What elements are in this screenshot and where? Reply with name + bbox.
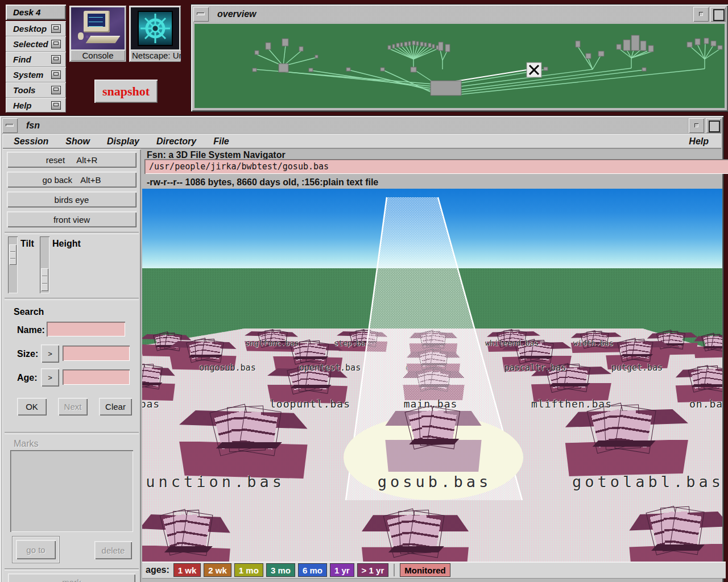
toolchest-item-tools[interactable]: Tools: [6, 82, 66, 98]
file-box[interactable]: [179, 410, 316, 479]
next-button[interactable]: Next: [58, 398, 88, 415]
menu-display[interactable]: Display: [104, 135, 143, 148]
window-menu-icon: [197, 13, 205, 15]
ok-button[interactable]: OK: [17, 398, 47, 415]
overview-visualization[interactable]: [195, 24, 725, 108]
file-label[interactable]: opentest.bas: [299, 363, 361, 373]
console-icon: [71, 7, 125, 49]
menu-show[interactable]: Show: [62, 135, 93, 148]
paper-stack-icon: [164, 512, 213, 550]
search-title: Search: [14, 307, 44, 317]
netscape-desktop-icon[interactable]: Netscape: Unti: [129, 6, 181, 62]
drawer-icon: [51, 101, 61, 110]
minimize-icon: [694, 123, 698, 127]
tilt-slider[interactable]: [8, 236, 18, 293]
file-label[interactable]: mlifthen.bas: [531, 398, 612, 410]
toolchest-item-desktop[interactable]: Desktop: [6, 21, 66, 36]
window-menu-button[interactable]: [193, 7, 209, 22]
search-name-input[interactable]: [47, 322, 125, 336]
file-label[interactable]: step.ba: [334, 339, 365, 347]
separator: [5, 298, 139, 300]
menu-session[interactable]: Session: [10, 135, 52, 148]
paper-stack-icon: [214, 408, 283, 446]
toolchest-title[interactable]: Desk 4: [6, 5, 66, 20]
file-box[interactable]: [623, 512, 722, 562]
reset-button[interactable]: reset Alt+R: [7, 152, 136, 168]
file-box-selected[interactable]: [382, 410, 485, 472]
maximize-icon: [709, 120, 720, 132]
menu-directory[interactable]: Directory: [153, 135, 200, 148]
file-label-selected[interactable]: gosub.bas: [378, 473, 491, 490]
file-info: -rw-r--r-- 1086 bytes, 8660 days old, :1…: [147, 177, 378, 188]
paper-stack-icon: [388, 512, 445, 550]
minimize-icon: [699, 12, 703, 16]
file-label[interactable]: putget.bas: [611, 363, 663, 373]
file-label[interactable]: f.bas: [142, 398, 160, 410]
file-label[interactable]: on.bas: [689, 398, 722, 410]
toolchest-item-selected[interactable]: Selected: [6, 36, 66, 52]
file-label[interactable]: ongosub.bas: [199, 363, 255, 373]
menubar: Session Show Display Directory File Help: [2, 134, 721, 149]
file-label[interactable]: snglfunc.bas: [245, 339, 299, 347]
file-label[interactable]: pascaltr.bas: [504, 363, 566, 373]
overview-titlebar[interactable]: overview: [193, 7, 726, 22]
maximize-button[interactable]: [706, 118, 721, 133]
separator: [5, 432, 139, 434]
search-size-input[interactable]: [63, 346, 130, 361]
toolchest: Desk 4 Desktop Selected Find System Tool…: [6, 5, 66, 113]
age-operator-button[interactable]: >: [41, 368, 59, 386]
go-to-button[interactable]: go to: [16, 540, 56, 559]
age-chip-6mo: 6 mo: [298, 563, 327, 577]
mark-button[interactable]: mark: [8, 573, 135, 582]
height-slider[interactable]: [40, 236, 49, 293]
window-menu-button[interactable]: [2, 118, 18, 133]
3d-viewport[interactable]: ongoto.bas: [142, 189, 722, 562]
delete-button[interactable]: delete: [94, 541, 132, 559]
file-label[interactable]: loopuntl.bas: [270, 398, 350, 410]
paper-stack-icon: [592, 406, 657, 444]
divider: [394, 564, 395, 576]
ship-wheel-icon: [139, 13, 171, 44]
fsn-window: fsn Session Show Display Directory File …: [0, 116, 723, 582]
size-operator-button[interactable]: >: [41, 344, 59, 363]
fsn-titlebar[interactable]: fsn: [2, 118, 721, 133]
front-view-button[interactable]: front view: [7, 211, 136, 227]
drawer-icon: [51, 86, 61, 94]
menu-help[interactable]: Help: [685, 135, 712, 148]
height-label: Height: [52, 239, 81, 249]
menu-file[interactable]: File: [210, 135, 233, 148]
toolchest-item-help[interactable]: Help: [6, 98, 66, 113]
marks-title: Marks: [14, 439, 39, 449]
separator: [5, 232, 139, 234]
toolchest-item-system[interactable]: System: [6, 67, 66, 82]
file-box[interactable]: [142, 514, 236, 562]
go-back-button[interactable]: go back Alt+B: [7, 172, 136, 188]
snapshot-button[interactable]: snapshot: [94, 80, 158, 103]
path-field[interactable]: /usr/people/jirka/bwbtest/gosub.bas: [144, 159, 728, 174]
paper-stack-icon: [651, 509, 705, 548]
file-label[interactable]: gotolabl.bas: [572, 473, 722, 490]
toolchest-item-find[interactable]: Find: [6, 52, 66, 67]
file-label[interactable]: function.bas: [142, 473, 285, 490]
file-label[interactable]: whileend.bas: [485, 339, 539, 347]
clear-button[interactable]: Clear: [99, 398, 132, 415]
console-desktop-icon[interactable]: Console: [69, 6, 126, 62]
paper-stack-icon: [409, 408, 460, 442]
marks-listbox[interactable]: [10, 450, 133, 532]
x-cursor-icon: [527, 63, 541, 77]
height-slider-thumb[interactable]: [41, 268, 48, 291]
file-label[interactable]: main.bas: [404, 398, 458, 410]
file-box[interactable]: [358, 514, 472, 562]
file-box[interactable]: [557, 409, 688, 476]
search-age-input[interactable]: [63, 369, 130, 385]
birds-eye-button[interactable]: birds eye: [7, 192, 136, 207]
maximize-button[interactable]: [710, 7, 726, 22]
file-label[interactable]: width.bas: [573, 339, 613, 347]
minimize-button[interactable]: [689, 118, 704, 133]
console-icon-label: Console: [71, 50, 125, 61]
minimize-button[interactable]: [693, 7, 709, 22]
tilt-slider-thumb[interactable]: [9, 244, 16, 265]
age-chip-1yr: 1 yr: [330, 563, 354, 577]
netscape-icon-label: Netscape: Unti: [130, 50, 181, 61]
age-chip-gt1yr: > 1 yr: [357, 563, 389, 577]
